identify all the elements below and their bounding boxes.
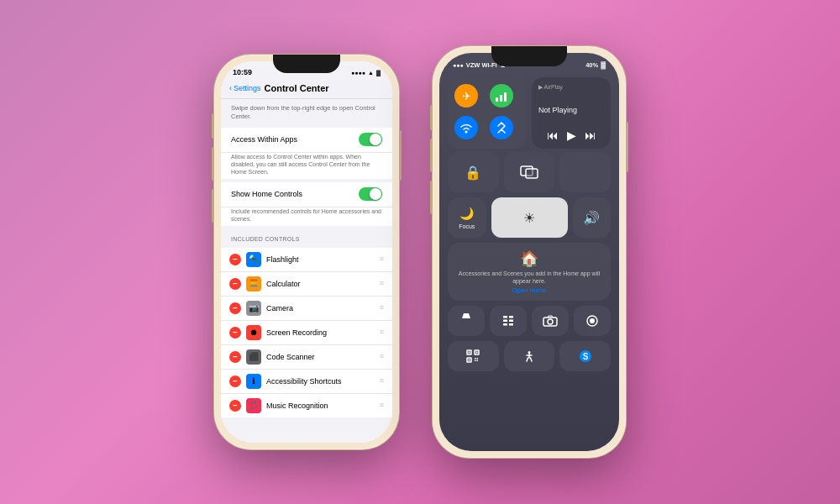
bluetooth-toggle-button[interactable] (490, 116, 513, 139)
rotation-lock-button[interactable]: 🔒 (448, 152, 499, 192)
right-iphone-frame: ●●● VZW Wi-Fi ▲ 40% ▓ ✈ (433, 46, 626, 458)
control-center-screen: ●●● VZW Wi-Fi ▲ 40% ▓ ✈ (439, 53, 619, 451)
volume-down-right (430, 181, 433, 214)
svg-rect-7 (509, 316, 513, 318)
svg-point-13 (548, 319, 553, 324)
remove-calculator-button[interactable]: − (229, 278, 241, 290)
silent-switch-right (430, 105, 433, 130)
drag-handle-screen-recording[interactable]: ≡ (380, 328, 384, 336)
svg-point-26 (528, 351, 530, 354)
svg-point-15 (590, 318, 595, 323)
code-scanner-cc-button[interactable] (448, 341, 499, 371)
remove-flashlight-button[interactable]: − (229, 254, 241, 265)
play-pause-button[interactable]: ▶ (567, 129, 576, 142)
access-within-apps-row[interactable]: Access Within Apps (221, 128, 392, 153)
show-home-controls-row[interactable]: Show Home Controls (221, 182, 392, 207)
svg-rect-9 (509, 320, 513, 323)
wifi-toggle-button[interactable] (454, 116, 478, 139)
calculator-icon: 🧮 (246, 276, 261, 291)
svg-rect-22 (475, 358, 476, 360)
control-camera[interactable]: − 📷 Camera ≡ (221, 297, 392, 321)
controls-list: − 🔦 Flashlight ≡ − 🧮 Calculator ≡ − (221, 248, 392, 417)
connectivity-widget[interactable]: ✈ (448, 77, 527, 149)
calculator-label: Calculator (266, 280, 375, 288)
volume-icon: 🔊 (583, 210, 600, 226)
screen-recording-icon: ⏺ (246, 325, 261, 340)
flashlight-icon: 🔦 (246, 252, 261, 267)
control-accessibility-shortcuts[interactable]: − ℹ Accessibility Shortcuts ≡ (221, 370, 392, 394)
page-title: Control Center (265, 83, 329, 93)
prev-track-button[interactable]: ⏮ (547, 129, 559, 142)
show-home-controls-toggle[interactable] (359, 187, 382, 201)
drag-handle-camera[interactable]: ≡ (380, 304, 384, 312)
cc-battery-pct: 40% (585, 61, 598, 69)
show-home-controls-section: Show Home Controls Include recommended c… (221, 182, 392, 226)
svg-rect-6 (503, 316, 507, 318)
focus-button[interactable]: 🌙 Focus (448, 197, 486, 238)
cellular-button[interactable] (490, 84, 513, 108)
camera-label: Camera (266, 304, 375, 312)
cc-main-grid: ✈ ▶ AirPlay Not Playing (439, 74, 619, 152)
battery-icon: ▓ (376, 70, 381, 76)
drag-handle-music-recognition[interactable]: ≡ (380, 402, 384, 409)
screen-record-cc-button[interactable] (574, 306, 611, 336)
flashlight-label: Flashlight (266, 255, 375, 264)
focus-label: Focus (459, 223, 475, 229)
svg-rect-1 (500, 95, 502, 102)
back-button[interactable]: ‹ Settings (229, 84, 261, 92)
cc-third-row: 🌙 Focus ☀ 🔊 (439, 192, 619, 238)
control-music-recognition[interactable]: − 🎵 Music Recognition ≡ (221, 394, 392, 417)
included-controls-header: INCLUDED CONTROLS (221, 229, 392, 244)
show-home-controls-sub: Include recommended controls for Home ac… (221, 207, 392, 226)
svg-rect-19 (469, 352, 470, 354)
access-within-apps-toggle[interactable] (359, 133, 382, 146)
svg-rect-23 (477, 358, 479, 360)
drag-handle-code-scanner[interactable]: ≡ (380, 353, 384, 360)
accessibility-cc-button[interactable] (504, 341, 555, 371)
control-flashlight[interactable]: − 🔦 Flashlight ≡ (221, 248, 392, 272)
wifi-icon: ▲ (368, 70, 374, 76)
remove-accessibility-button[interactable]: − (229, 375, 241, 387)
brightness-slider[interactable]: ☀ (491, 197, 568, 238)
next-track-button[interactable]: ⏭ (585, 129, 596, 142)
flashlight-cc-button[interactable] (448, 306, 485, 336)
remove-code-scanner-button[interactable]: − (229, 351, 241, 363)
calculator-cc-button[interactable] (490, 306, 527, 336)
home-accessories-text: Accessories and Scenes you add in the Ho… (454, 270, 604, 285)
not-playing-label: Not Playing (538, 106, 604, 114)
music-recognition-label: Music Recognition (266, 402, 375, 410)
airplane-mode-button[interactable]: ✈ (454, 84, 478, 108)
open-home-link[interactable]: Open Home (454, 286, 604, 294)
camera-icon: 📷 (246, 301, 261, 316)
control-screen-recording[interactable]: − ⏺ Screen Recording ≡ (221, 321, 392, 345)
power-button-right (626, 122, 628, 172)
silent-switch (212, 113, 214, 139)
notch-left (273, 55, 340, 73)
settings-screen: 10:59 ●●●● ▲ ▓ ‹ Settings Control Center… (221, 61, 392, 443)
home-icon: 🏠 (454, 249, 604, 268)
drag-handle-calculator[interactable]: ≡ (380, 280, 384, 287)
cc-bottom-row-1 (439, 306, 619, 336)
remove-camera-button[interactable]: − (229, 302, 241, 314)
svg-rect-10 (503, 323, 507, 326)
screen-mirror-button[interactable] (504, 152, 555, 192)
camera-cc-button[interactable] (532, 306, 569, 336)
show-home-controls-label: Show Home Controls (231, 190, 359, 198)
volume-up-right (430, 139, 433, 172)
cc-battery-icon: ▓ (601, 61, 606, 69)
control-code-scanner[interactable]: − ⬛ Code Scanner ≡ (221, 345, 392, 370)
svg-rect-24 (475, 360, 476, 362)
shazam-cc-button[interactable]: S (559, 341, 611, 371)
remove-screen-recording-button[interactable]: − (229, 327, 241, 339)
drag-handle-accessibility[interactable]: ≡ (380, 377, 384, 385)
settings-content: Swipe down from the top-right edge to op… (221, 99, 392, 421)
svg-rect-0 (496, 97, 498, 102)
power-button-left (399, 130, 402, 181)
drag-handle-flashlight[interactable]: ≡ (380, 255, 384, 263)
cc-signal-icon: ●●● (453, 62, 464, 68)
remove-music-recognition-button[interactable]: − (229, 400, 241, 412)
control-calculator[interactable]: − 🧮 Calculator ≡ (221, 272, 392, 297)
cc-bottom-row-2: S (439, 336, 619, 371)
volume-slider[interactable]: 🔊 (573, 197, 612, 238)
back-label: Settings (234, 84, 261, 92)
